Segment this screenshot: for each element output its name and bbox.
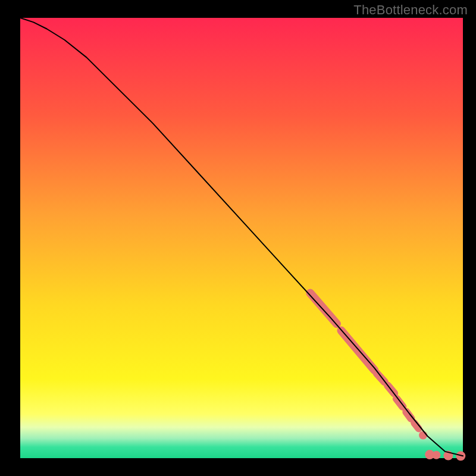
chart-stage: TheBottleneck.com bbox=[0, 0, 476, 476]
watermark-label: TheBottleneck.com bbox=[353, 2, 468, 18]
highlight-dot bbox=[419, 431, 427, 440]
chart-svg bbox=[0, 0, 476, 476]
highlight-dot bbox=[432, 451, 440, 459]
